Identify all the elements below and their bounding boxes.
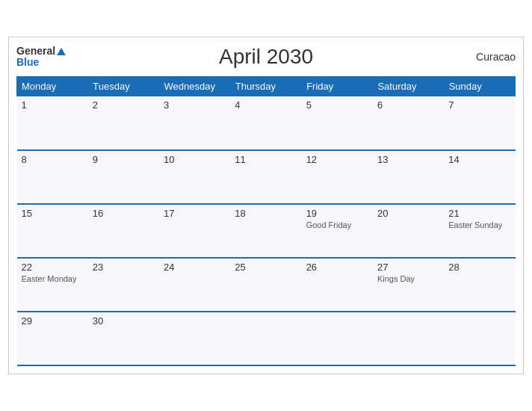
logo-general-text: General	[16, 46, 66, 57]
table-row: 13	[373, 150, 444, 204]
day-number: 23	[93, 262, 155, 273]
table-row: 10	[159, 150, 230, 204]
header-wednesday: Wednesday	[159, 77, 230, 96]
day-number: 22	[22, 262, 84, 273]
day-number: 25	[235, 262, 297, 273]
logo-triangle-icon	[57, 48, 66, 55]
table-row: 11	[230, 150, 301, 204]
calendar-region: Curacao	[476, 51, 516, 63]
table-row	[444, 312, 515, 365]
logo: General Blue	[16, 46, 66, 69]
calendar-title: April 2030	[219, 45, 313, 69]
logo-blue-text: Blue	[16, 57, 66, 68]
table-row: 30	[88, 312, 159, 365]
header-monday: Monday	[17, 77, 88, 96]
header-saturday: Saturday	[373, 77, 444, 96]
day-number: 28	[448, 262, 510, 273]
day-number: 6	[377, 99, 439, 111]
calendar-week-row: 891011121314	[17, 150, 516, 204]
table-row: 1	[17, 96, 88, 150]
day-number: 26	[306, 262, 368, 273]
day-number: 15	[22, 208, 84, 219]
day-number: 16	[93, 208, 155, 219]
day-number: 21	[448, 208, 510, 219]
table-row: 9	[88, 150, 159, 204]
calendar-header: General Blue April 2030 Curacao	[16, 45, 516, 69]
table-row: 16	[88, 204, 159, 258]
day-number: 20	[377, 208, 439, 219]
table-row: 7	[444, 96, 515, 150]
table-row: 4	[230, 96, 301, 150]
day-event: Kings Day	[377, 274, 439, 283]
day-number: 1	[22, 99, 84, 111]
day-number: 29	[22, 315, 84, 327]
day-event: Good Friday	[306, 220, 368, 229]
table-row: 26	[302, 258, 373, 312]
day-number: 27	[377, 262, 439, 273]
day-event: Easter Sunday	[448, 220, 510, 229]
day-number: 10	[164, 154, 226, 165]
day-number: 8	[22, 154, 84, 165]
day-number: 4	[235, 99, 297, 111]
table-row: 6	[373, 96, 444, 150]
day-number: 5	[306, 99, 368, 111]
table-row: 28	[444, 258, 515, 312]
day-number: 13	[377, 154, 439, 165]
day-number: 3	[164, 99, 226, 111]
day-number: 7	[448, 99, 510, 111]
table-row: 25	[230, 258, 301, 312]
table-row	[230, 312, 301, 365]
table-row: 8	[17, 150, 88, 204]
header-thursday: Thursday	[230, 77, 301, 96]
header-sunday: Sunday	[444, 77, 515, 96]
table-row: 24	[159, 258, 230, 312]
day-number: 30	[93, 315, 155, 327]
table-row: 23	[88, 258, 159, 312]
day-number: 19	[306, 208, 368, 219]
header-friday: Friday	[302, 77, 373, 96]
table-row: 27Kings Day	[373, 258, 444, 312]
calendar-week-row: 22Easter Monday2324252627Kings Day28	[17, 258, 516, 312]
header-tuesday: Tuesday	[88, 77, 159, 96]
day-number: 24	[164, 262, 226, 273]
weekday-header-row: Monday Tuesday Wednesday Thursday Friday…	[17, 77, 516, 96]
table-row: 15	[17, 204, 88, 258]
day-number: 18	[235, 208, 297, 219]
calendar-week-row: 1234567	[17, 96, 516, 150]
table-row: 21Easter Sunday	[444, 204, 515, 258]
calendar-week-row: 1516171819Good Friday2021Easter Sunday	[17, 204, 516, 258]
table-row: 3	[159, 96, 230, 150]
table-row	[302, 312, 373, 365]
table-row: 29	[17, 312, 88, 365]
day-number: 11	[235, 154, 297, 165]
table-row: 2	[88, 96, 159, 150]
table-row: 14	[444, 150, 515, 204]
day-number: 14	[448, 154, 510, 165]
table-row: 19Good Friday	[302, 204, 373, 258]
table-row: 18	[230, 204, 301, 258]
table-row: 12	[302, 150, 373, 204]
table-row	[159, 312, 230, 365]
day-number: 12	[306, 154, 368, 165]
calendar-week-row: 2930	[17, 312, 516, 365]
day-number: 9	[93, 154, 155, 165]
table-row: 20	[373, 204, 444, 258]
table-row: 5	[302, 96, 373, 150]
day-number: 17	[164, 208, 226, 219]
day-event: Easter Monday	[22, 274, 84, 283]
day-number: 2	[93, 99, 155, 111]
table-row: 17	[159, 204, 230, 258]
calendar-grid: Monday Tuesday Wednesday Thursday Friday…	[16, 76, 516, 366]
calendar-container: General Blue April 2030 Curacao Monday T…	[8, 37, 524, 374]
table-row	[373, 312, 444, 365]
table-row: 22Easter Monday	[17, 258, 88, 312]
